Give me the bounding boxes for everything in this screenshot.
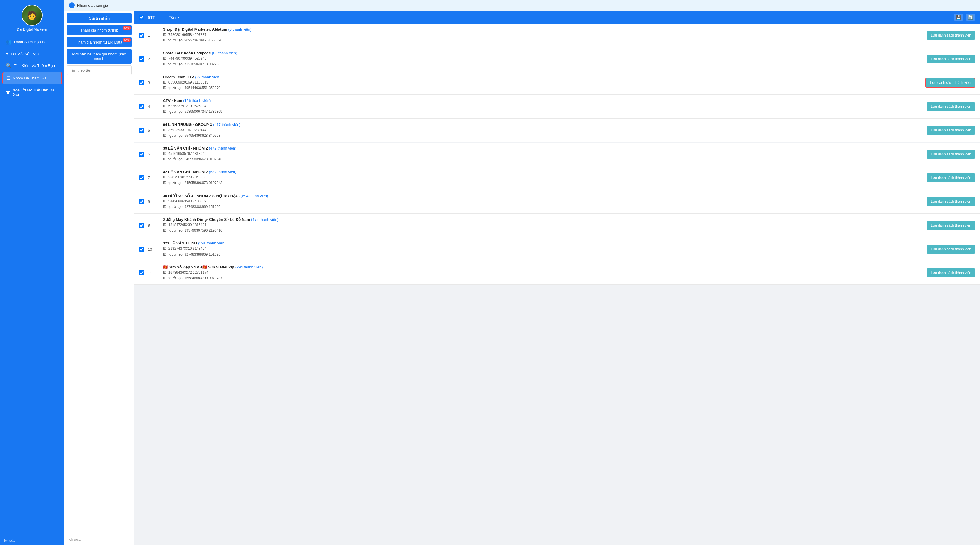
row-checkbox-8[interactable] xyxy=(139,199,144,204)
row-group-id-4: ID: 522623797219 0525034 xyxy=(163,104,913,109)
members-link-2[interactable]: (85 thành viên) xyxy=(212,51,237,55)
send-message-button[interactable]: Gửi tin nhắn xyxy=(67,13,132,23)
row-creator-id-10: ID người tạo: 927483388969 151026 xyxy=(163,252,913,257)
save-members-button-7[interactable]: Lưu danh sách thành viên xyxy=(927,174,975,182)
new-badge: New xyxy=(123,26,130,30)
table-row: 8 30 ĐƯỜNG SỐ 3 - NHÓM 2 (CHỢ ĐO ĐẠC) (6… xyxy=(134,190,980,214)
row-group-id-5: ID: 369229337167 0280144 xyxy=(163,127,913,133)
add-icon: + xyxy=(6,51,8,56)
table-row: 1 Shop, Đại Digital Marketer, Ablatum (3… xyxy=(134,24,980,47)
trash-icon: 🗑 xyxy=(6,90,11,95)
save-members-button-4[interactable]: Lưu danh sách thành viên xyxy=(927,102,975,111)
invite-friends-button[interactable]: Mời bạn bè tham gia nhóm (kéo memb xyxy=(67,49,132,64)
row-checkbox-4[interactable] xyxy=(139,104,144,109)
row-actions-11: Lưu danh sách thành viên xyxy=(917,268,975,277)
save-members-button-5[interactable]: Lưu danh sách thành viên xyxy=(927,126,975,135)
join-from-bigdata-button[interactable]: Tham gia nhóm từ Big Data New xyxy=(67,37,132,47)
join-from-link-button[interactable]: Tham gia nhóm từ link New xyxy=(67,25,132,35)
row-name-1: Shop, Đại Digital Marketer, Ablatum (3 t… xyxy=(163,27,913,32)
row-content-11: 🇻🇳 Sim Số Đẹp VNMB🇻🇳 Sim Viettel Vip (29… xyxy=(163,265,913,281)
row-stt-4: 4 xyxy=(148,104,159,108)
members-link-1[interactable]: (3 thành viên) xyxy=(228,27,252,32)
row-stt-11: 11 xyxy=(148,271,159,275)
row-group-id-9: ID: 181847265239 1816401 xyxy=(163,222,913,228)
row-creator-id-2: ID người tạo: 713705849710 302986 xyxy=(163,62,913,67)
row-actions-8: Lưu danh sách thành viên xyxy=(917,197,975,206)
row-group-id-2: ID: 744796799339 4528945 xyxy=(163,56,913,61)
search-input[interactable] xyxy=(67,65,132,75)
row-actions-1: Lưu danh sách thành viên xyxy=(917,31,975,40)
members-link-3[interactable]: (27 thành viên) xyxy=(195,75,221,79)
avatar-area: 🧑 Đại Digital Marketer xyxy=(17,5,48,32)
row-name-3: Dream Team CTV (27 thành viên) xyxy=(163,75,913,79)
members-link-10[interactable]: (591 thành viên) xyxy=(198,241,226,245)
row-group-id-11: ID: 167394363272 22761174 xyxy=(163,270,913,276)
row-actions-3: Lưu danh sách thành viên xyxy=(917,78,975,88)
save-members-button-6[interactable]: Lưu danh sách thành viên xyxy=(927,150,975,159)
save-icon-button[interactable]: 💾 xyxy=(954,14,963,21)
table-row: 11 🇻🇳 Sim Số Đẹp VNMB🇻🇳 Sim Viettel Vip … xyxy=(134,261,980,285)
col-stt-header: STT xyxy=(148,15,165,19)
members-link-6[interactable]: (472 thành viên) xyxy=(209,146,236,150)
left-panel: Gửi tin nhắn Tham gia nhóm từ link New T… xyxy=(64,11,134,545)
row-name-9: Xưởng May Khánh Dũng- Chuyên Sỉ- Lê Đỗ N… xyxy=(163,217,913,222)
row-checkbox-11[interactable] xyxy=(139,270,144,276)
sidebar: 🧑 Đại Digital Marketer 👥 Danh Sách Bạn B… xyxy=(0,0,64,545)
row-checkbox-10[interactable] xyxy=(139,247,144,252)
sidebar-item-xoa-loi-moi[interactable]: 🗑 Xóa Lời Mời Kết Bạn Đã Gửi xyxy=(2,85,62,100)
row-stt-6: 6 xyxy=(148,152,159,156)
row-name-11: 🇻🇳 Sim Số Đẹp VNMB🇻🇳 Sim Viettel Vip (29… xyxy=(163,265,913,269)
save-members-button-2[interactable]: Lưu danh sách thành viên xyxy=(927,55,975,64)
row-stt-2: 2 xyxy=(148,57,159,61)
save-members-button-10[interactable]: Lưu danh sách thành viên xyxy=(927,245,975,253)
save-members-button-1[interactable]: Lưu danh sách thành viên xyxy=(927,31,975,40)
row-checkbox-6[interactable] xyxy=(139,151,144,157)
table-row: 9 Xưởng May Khánh Dũng- Chuyên Sỉ- Lê Đỗ… xyxy=(134,214,980,237)
save-members-button-8[interactable]: Lưu danh sách thành viên xyxy=(927,197,975,206)
history-text: lịch sử... xyxy=(3,539,16,542)
save-members-button-11[interactable]: Lưu danh sách thành viên xyxy=(927,268,975,277)
members-link-9[interactable]: (475 thành viên) xyxy=(251,217,278,222)
members-link-7[interactable]: (632 thành viên) xyxy=(209,170,236,174)
row-content-2: Share Tài Khoản Ladipage (85 thành viên)… xyxy=(163,51,913,67)
sidebar-item-tim-kiem[interactable]: 🔍 Tìm Kiếm Và Thêm Bạn xyxy=(2,60,62,71)
row-creator-id-9: ID người tạo: 193796307596 2193416 xyxy=(163,228,913,233)
row-actions-10: Lưu danh sách thành viên xyxy=(917,245,975,253)
sidebar-item-danh-sach-ban-be[interactable]: 👥 Danh Sách Bạn Bè xyxy=(2,36,62,48)
row-actions-9: Lưu danh sách thành viên xyxy=(917,221,975,230)
user-name: Đại Digital Marketer xyxy=(17,27,48,32)
sidebar-item-label: Xóa Lời Mời Kết Bạn Đã Gửi xyxy=(13,88,59,97)
avatar: 🧑 xyxy=(22,5,43,26)
row-checkbox-5[interactable] xyxy=(139,127,144,133)
save-members-button-3[interactable]: Lưu danh sách thành viên xyxy=(925,78,975,88)
row-group-id-10: ID: 213274373310 3148404 xyxy=(163,246,913,252)
select-all-checkbox[interactable] xyxy=(139,14,144,20)
row-stt-8: 8 xyxy=(148,199,159,204)
members-link-11[interactable]: (294 thành viên) xyxy=(235,265,263,269)
row-checkbox-9[interactable] xyxy=(139,223,144,228)
row-content-6: 39 LÊ VĂN CHÍ - NHÓM 2 (472 thành viên) … xyxy=(163,146,913,162)
row-checkbox-1[interactable] xyxy=(139,33,144,38)
members-link-5[interactable]: (417 thành viên) xyxy=(213,123,240,127)
table-row: 6 39 LÊ VĂN CHÍ - NHÓM 2 (472 thành viên… xyxy=(134,142,980,166)
sidebar-item-nhom-da-tham-gia[interactable]: ☰ Nhóm Đã Tham Gia xyxy=(2,72,62,84)
members-link-4[interactable]: (126 thành viên) xyxy=(183,99,210,103)
row-group-id-1: ID: 752620169558 4297887 xyxy=(163,32,913,38)
row-checkbox-7[interactable] xyxy=(139,175,144,180)
members-link-8[interactable]: (694 thành viên) xyxy=(240,194,268,198)
table-row: 5 94 LINH TRUNG - GROUP 3 (417 thành viê… xyxy=(134,119,980,142)
row-name-4: CTV - Nam (126 thành viên) xyxy=(163,99,913,103)
row-checkbox-3[interactable] xyxy=(139,80,144,85)
row-checkbox-2[interactable] xyxy=(139,56,144,62)
refresh-icon-button[interactable]: 🔄 xyxy=(966,14,975,21)
sort-icon[interactable]: ▼ xyxy=(177,16,180,19)
sidebar-item-loi-moi-ket-ban[interactable]: + Lời Mời Kết Bạn xyxy=(2,48,62,59)
row-creator-id-1: ID người tạo: 90927367996 51653826 xyxy=(163,38,913,43)
table-row: 10 323 LÊ VĂN THỊNH (591 thành viên) ID:… xyxy=(134,237,980,261)
row-content-4: CTV - Nam (126 thành viên) ID: 522623797… xyxy=(163,99,913,115)
main-area: i Nhóm đã tham gia Gửi tin nhắn Tham gia… xyxy=(64,0,980,545)
table-row: 2 Share Tài Khoản Ladipage (85 thành viê… xyxy=(134,47,980,71)
save-members-button-9[interactable]: Lưu danh sách thành viên xyxy=(927,221,975,230)
row-stt-5: 5 xyxy=(148,128,159,132)
row-group-id-6: ID: 451616585767 1818049 xyxy=(163,151,913,156)
